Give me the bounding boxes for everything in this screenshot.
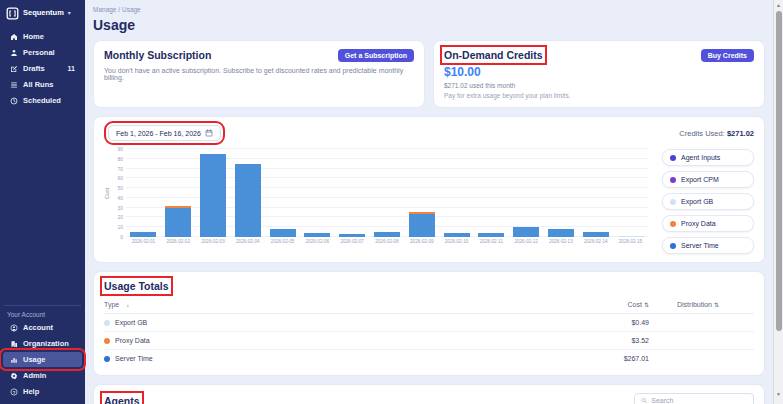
table-row: Server Time$267.01 bbox=[104, 350, 754, 367]
legend-dot bbox=[670, 155, 676, 161]
bar-2026-02-10 bbox=[439, 149, 474, 237]
monthly-subscription-card: Monthly Subscription Get a Subscription … bbox=[93, 40, 425, 108]
admin-icon bbox=[10, 372, 18, 380]
x-tick-label: 2026-02-10 bbox=[439, 239, 474, 244]
legend-item-agent-inputs[interactable]: Agent Inputs bbox=[662, 149, 754, 166]
type-label: Proxy Data bbox=[115, 337, 150, 344]
credits-used-this-month: $271.02 used this month bbox=[444, 82, 754, 89]
credits-note: Pay for extra usage beyond your plan lim… bbox=[444, 92, 754, 99]
legend-item-server-time[interactable]: Server Time bbox=[662, 237, 754, 254]
legend-label: Export GB bbox=[681, 198, 713, 205]
sidebar-item-usage[interactable]: Usage bbox=[3, 352, 82, 367]
sidebar-item-label: Organization bbox=[23, 339, 69, 348]
app-window: Sequentum ▾ HomePersonalDrafts11All Runs… bbox=[0, 0, 783, 404]
legend-label: Server Time bbox=[681, 242, 719, 249]
type-label: Server Time bbox=[115, 355, 153, 362]
column-header-cost[interactable]: Cost⇅ bbox=[539, 301, 649, 308]
bar-segment-server-time bbox=[548, 229, 574, 237]
drafts-count-badge: 11 bbox=[68, 65, 75, 72]
sidebar-item-home[interactable]: Home bbox=[3, 29, 82, 44]
y-tick-label: 10 bbox=[117, 224, 123, 230]
sidebar-item-label: All Runs bbox=[23, 80, 53, 89]
sidebar-item-account[interactable]: Account bbox=[3, 320, 82, 335]
agents-search bbox=[634, 393, 754, 404]
help-icon: ? bbox=[10, 388, 18, 396]
bar-2026-02-05 bbox=[265, 149, 300, 237]
column-header-distribution[interactable]: Distribution⇅ bbox=[649, 301, 754, 308]
buy-credits-button[interactable]: Buy Credits bbox=[701, 49, 754, 62]
legend-dot bbox=[670, 221, 676, 227]
search-icon bbox=[641, 397, 647, 404]
bar-2026-02-15 bbox=[613, 149, 648, 237]
table-row: Export GB$0.49 bbox=[104, 314, 754, 332]
bar-segment-server-time bbox=[339, 234, 365, 237]
y-tick-label: 20 bbox=[117, 214, 123, 220]
legend-item-proxy-data[interactable]: Proxy Data bbox=[662, 215, 754, 232]
bar-2026-02-07 bbox=[335, 149, 370, 237]
y-tick-label: 50 bbox=[117, 185, 123, 191]
legend-label: Proxy Data bbox=[681, 220, 716, 227]
credits-used-amount: $271.02 bbox=[727, 129, 754, 138]
chart-legend: Agent InputsExport CPMExport GBProxy Dat… bbox=[662, 149, 754, 254]
cost-value: $3.52 bbox=[539, 337, 649, 344]
date-range-value: Feb 1, 2026 - Feb 16, 2026 bbox=[116, 130, 201, 137]
bar-2026-02-03 bbox=[196, 149, 231, 237]
breadcrumb-manage[interactable]: Manage bbox=[93, 6, 117, 13]
on-demand-credits-card: On-Demand Credits Buy Credits $10.00 $27… bbox=[433, 40, 765, 108]
y-tick-label: 60 bbox=[117, 175, 123, 181]
account-icon bbox=[10, 324, 18, 332]
scrollbar-thumb[interactable] bbox=[776, 11, 782, 331]
date-range-picker[interactable]: Feb 1, 2026 - Feb 16, 2026 bbox=[108, 125, 221, 141]
type-dot bbox=[104, 338, 110, 344]
bar-chart-plot: 0102030405060708090 bbox=[126, 149, 648, 237]
legend-label: Agent Inputs bbox=[681, 154, 720, 161]
get-subscription-button[interactable]: Get a Subscription bbox=[338, 49, 414, 62]
sequentum-logo-icon bbox=[6, 6, 19, 19]
bar-segment-server-time bbox=[304, 233, 330, 237]
bar-segment-server-time bbox=[409, 214, 435, 237]
sort-icon: ↓ bbox=[126, 302, 129, 308]
sidebar-item-label: Personal bbox=[23, 48, 55, 57]
app-name: Sequentum bbox=[23, 8, 64, 17]
chevron-down-icon: ▾ bbox=[68, 9, 71, 16]
legend-item-export-cpm[interactable]: Export CPM bbox=[662, 171, 754, 188]
x-tick-label: 2026-02-05 bbox=[265, 239, 300, 244]
y-tick-label: 90 bbox=[117, 146, 123, 152]
x-tick-label: 2026-02-12 bbox=[509, 239, 544, 244]
bar-segment-server-time bbox=[444, 233, 470, 237]
legend-item-export-gb[interactable]: Export GB bbox=[662, 193, 754, 210]
bar-2026-02-04 bbox=[230, 149, 265, 237]
page-title: Usage bbox=[93, 17, 765, 33]
bar-2026-02-01 bbox=[126, 149, 161, 237]
usage-chart-card: Feb 1, 2026 - Feb 16, 2026 Credits Used:… bbox=[93, 116, 765, 263]
scrollbar-up-arrow[interactable]: ▲ bbox=[774, 1, 783, 9]
sidebar-item-personal[interactable]: Personal bbox=[3, 45, 82, 60]
sidebar-nav: HomePersonalDrafts11All RunsScheduled bbox=[0, 28, 85, 109]
breadcrumb-usage: Usage bbox=[122, 6, 141, 13]
logo-row[interactable]: Sequentum ▾ bbox=[0, 0, 85, 24]
column-header-type[interactable]: Type↓ bbox=[104, 301, 539, 308]
sidebar-item-label: Help bbox=[23, 387, 39, 396]
x-tick-label: 2026-02-02 bbox=[161, 239, 196, 244]
usage-icon bbox=[10, 356, 18, 364]
sidebar-item-label: Admin bbox=[23, 371, 46, 380]
credits-balance: $10.00 bbox=[444, 65, 754, 79]
type-dot bbox=[104, 356, 110, 362]
x-tick-label: 2026-02-07 bbox=[335, 239, 370, 244]
bar-segment-server-time bbox=[513, 227, 539, 237]
sidebar-item-help[interactable]: ?Help bbox=[3, 384, 82, 399]
usage-totals-title: Usage Totals bbox=[104, 280, 169, 292]
bar-segment-server-time bbox=[374, 232, 400, 237]
drafts-icon bbox=[10, 65, 18, 73]
x-tick-label: 2026-02-15 bbox=[613, 239, 648, 244]
scrollbar[interactable]: ▲ ▼ bbox=[773, 0, 783, 404]
sidebar-item-drafts[interactable]: Drafts11 bbox=[3, 61, 82, 76]
scrollbar-down-arrow[interactable]: ▼ bbox=[774, 390, 783, 398]
sidebar-item-organization[interactable]: Organization bbox=[3, 336, 82, 351]
sidebar-item-admin[interactable]: Admin bbox=[3, 368, 82, 383]
sidebar-item-scheduled[interactable]: Scheduled bbox=[3, 93, 82, 108]
search-input[interactable] bbox=[651, 397, 747, 404]
main-content: Manage / Usage Usage Monthly Subscriptio… bbox=[85, 0, 773, 404]
sidebar-item-all-runs[interactable]: All Runs bbox=[3, 77, 82, 92]
sidebar-item-label: Scheduled bbox=[23, 96, 61, 105]
